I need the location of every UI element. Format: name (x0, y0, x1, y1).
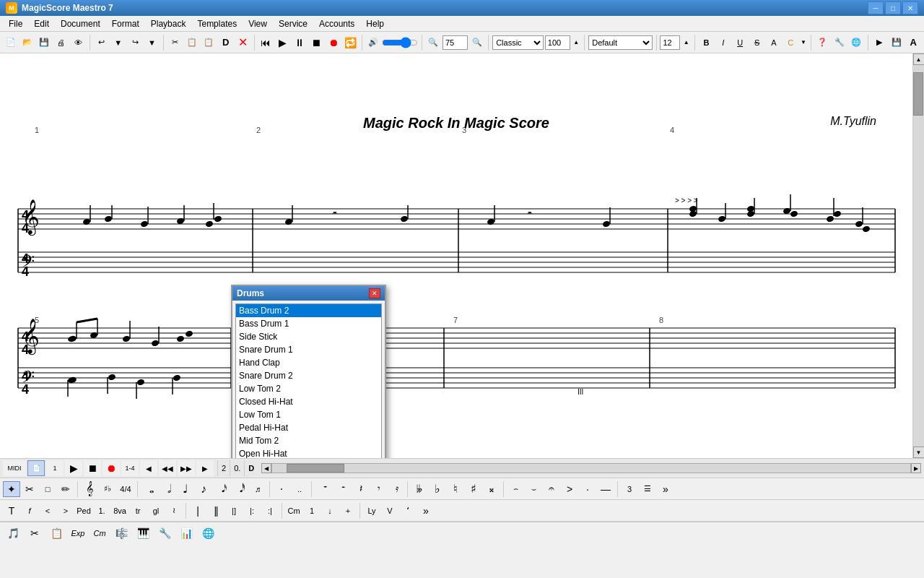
play-button[interactable]: ▶ (275, 34, 290, 51)
instrument-btn[interactable]: 🎼 (111, 524, 131, 543)
bar-btn2[interactable]: | (189, 503, 206, 519)
repeat-end-btn[interactable]: :| (261, 503, 279, 519)
drum-item-mid-tom-2[interactable]: Mid Tom 2 (236, 434, 381, 447)
pause-button[interactable]: ⏸ (292, 34, 307, 51)
eighth-note-btn[interactable]: ♪ (195, 481, 212, 497)
drum-item-hand-clap[interactable]: Hand Clap (236, 356, 381, 369)
scroll-thumb[interactable] (913, 72, 923, 116)
treble-clef-btn[interactable]: 𝄞 (81, 481, 98, 497)
menu-service[interactable]: Service (273, 17, 313, 31)
half-rest-btn[interactable]: 𝄼 (333, 481, 350, 497)
finger-btn[interactable]: 1 (303, 503, 321, 519)
font-size-up-button[interactable]: ▲ (681, 34, 691, 51)
time-sig-btn[interactable]: 4/4 (117, 481, 134, 497)
accent-btn[interactable]: > (561, 481, 578, 497)
menu-help[interactable]: Help (360, 17, 390, 31)
zoom-out-button[interactable]: 🔍 (426, 34, 441, 51)
natural-btn[interactable]: ♮ (447, 481, 464, 497)
drums-title-bar[interactable]: Drums ✕ (232, 286, 385, 301)
scroll-down-arrow[interactable]: ▼ (913, 447, 925, 458)
underline-button[interactable]: U (733, 34, 748, 51)
zoom-in-button[interactable]: 🔍 (469, 34, 484, 51)
more2-btn[interactable]: » (417, 503, 435, 519)
dbl-sharp-btn[interactable]: 𝄪 (483, 481, 500, 497)
bar-btn[interactable]: 1 (46, 460, 64, 476)
slur-btn[interactable]: ⌣ (525, 481, 542, 497)
end-bar-btn[interactable]: |] (225, 503, 243, 519)
thirtysecond-note-btn[interactable]: 𝅘𝅥𝅰 (231, 481, 248, 497)
eraser-tool-btn[interactable]: □ (39, 481, 56, 497)
maximize-button[interactable]: □ (885, 1, 901, 14)
key-sig-btn[interactable]: ♯♭ (99, 481, 116, 497)
scissors-btn[interactable]: ✂ (25, 524, 45, 543)
double-dot-btn[interactable]: .. (291, 481, 308, 497)
prev-btn[interactable]: ◀ (140, 460, 157, 476)
drum-item-low-tom-1[interactable]: Low Tom 1 (236, 408, 381, 421)
goto-start-button[interactable]: ⏮ (258, 34, 274, 51)
score-area[interactable]: Magic Rock In Magic Score M.Tyuflin 1 2 … (0, 53, 912, 458)
volta-btn[interactable]: 1. (93, 503, 110, 519)
lyrics-btn[interactable]: Ly (363, 503, 380, 519)
redo-button[interactable]: ↪ (127, 34, 142, 51)
range-btn[interactable]: 1-4 (121, 460, 139, 476)
h-scroll-thumb[interactable] (287, 464, 344, 473)
scissors-tool-btn[interactable]: ✂ (21, 481, 38, 497)
mixer-btn[interactable]: 📊 (176, 524, 196, 543)
keyboard-btn[interactable]: 🎹 (133, 524, 153, 543)
zoom-input[interactable]: 75 (443, 35, 468, 50)
beam-btn[interactable]: ☰ (639, 481, 656, 497)
note-tool-btn[interactable]: 🎵 (3, 524, 23, 543)
repeat-start-btn[interactable]: |: (243, 503, 261, 519)
h-scroll-track[interactable] (271, 463, 911, 473)
trill-btn[interactable]: tr (129, 503, 147, 519)
new-button[interactable]: 📄 (3, 34, 18, 51)
staccato-btn[interactable]: · (579, 481, 596, 497)
menu-playback[interactable]: Playback (145, 17, 192, 31)
clipboard-btn[interactable]: 📋 (46, 524, 66, 543)
font-select[interactable]: Default (588, 35, 652, 50)
cut-button[interactable]: ✂ (167, 34, 183, 51)
next-btn[interactable]: ▶▶ (178, 460, 195, 476)
undo-dropdown[interactable]: ▼ (110, 34, 126, 51)
menu-format[interactable]: Format (106, 17, 145, 31)
size-up-button[interactable]: ▲ (572, 34, 581, 51)
tools-button[interactable]: 🔧 (832, 34, 847, 51)
drums-close-button[interactable]: ✕ (369, 288, 380, 298)
dynamic-btn[interactable]: f (21, 503, 38, 519)
pedal-btn[interactable]: Ped (75, 503, 92, 519)
chord-btn2[interactable]: Cm (90, 524, 110, 543)
plugin-btn[interactable]: 🌐 (198, 524, 218, 543)
pencil-tool-btn[interactable]: ✏ (57, 481, 74, 497)
menu-accounts[interactable]: Accounts (313, 17, 360, 31)
bold-button[interactable]: B (699, 34, 714, 51)
right-scrollbar[interactable]: ▲ ▼ (912, 53, 924, 458)
pizz-btn[interactable]: + (339, 503, 357, 519)
style-select[interactable]: Classic (492, 35, 544, 50)
d-button[interactable]: D (218, 34, 233, 51)
sharp-btn[interactable]: ♯ (465, 481, 482, 497)
minimize-button[interactable]: ─ (868, 1, 884, 14)
help-button[interactable]: ❓ (815, 34, 830, 51)
size-input[interactable]: 100 (545, 35, 570, 50)
expression-btn[interactable]: Exp (68, 524, 88, 543)
drum-item-side-stick[interactable]: Side Stick (236, 330, 381, 343)
record-button[interactable]: ⏺ (326, 34, 341, 51)
arpeggio-btn[interactable]: ≀ (165, 503, 183, 519)
sixtyfourth-note-btn[interactable]: ♬ (249, 481, 266, 497)
sixteenth-rest-btn[interactable]: 𝄿 (387, 481, 404, 497)
drums-list[interactable]: Bass Drum 2 Bass Drum 1 Side Stick Snare… (235, 303, 382, 458)
stop2-btn[interactable]: ⏹ (84, 460, 101, 476)
drum-item-snare-drum-1[interactable]: Snare Drum 1 (236, 343, 381, 356)
web-button[interactable]: 🌐 (848, 34, 863, 51)
drum-item-open-hi-hat[interactable]: Open Hi-Hat (236, 447, 381, 458)
last-btn[interactable]: ▶ (196, 460, 214, 476)
drum-item-snare-drum-2[interactable]: Snare Drum 2 (236, 369, 381, 382)
half-note-btn[interactable]: 𝅗𝅥 (159, 481, 176, 497)
strikethrough-button[interactable]: S (749, 34, 764, 51)
score-view-btn[interactable]: 📄 (27, 460, 45, 476)
rec-btn[interactable]: ⏺ (103, 460, 120, 476)
save-button[interactable]: 💾 (37, 34, 52, 51)
save2-button[interactable]: 💾 (889, 34, 904, 51)
breath-btn[interactable]: ʻ (399, 503, 417, 519)
menu-view[interactable]: View (243, 17, 273, 31)
